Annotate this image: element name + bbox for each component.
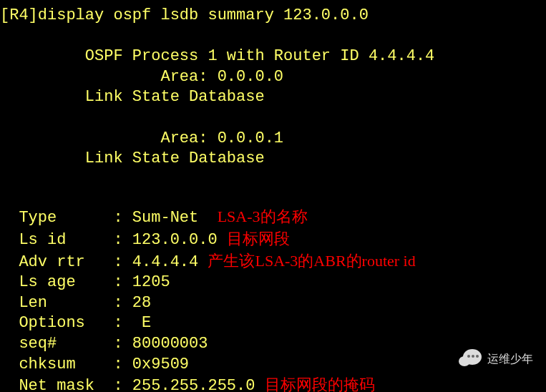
field-advrtr: Adv rtr : 4.4.4.4 产生该LSA-3的ABR的router id bbox=[0, 251, 546, 273]
area-1: Area: 0.0.0.1 bbox=[0, 129, 546, 150]
blank bbox=[0, 187, 546, 207]
annotation-netmask: 目标网段的掩码 bbox=[265, 376, 375, 392]
blank bbox=[0, 108, 546, 129]
blank bbox=[0, 26, 546, 47]
field-len: Len : 28 bbox=[0, 293, 546, 314]
process-header: OSPF Process 1 with Router ID 4.4.4.4 bbox=[0, 46, 546, 67]
field-lsid: Ls id : 123.0.0.0 目标网段 bbox=[0, 229, 546, 251]
watermark: 运维少年 bbox=[459, 349, 533, 369]
annotation-type: LSA-3的名称 bbox=[218, 207, 308, 225]
watermark-text: 运维少年 bbox=[487, 352, 533, 367]
area-0: Area: 0.0.0.0 bbox=[0, 67, 546, 88]
annotation-advrtr: 产生该LSA-3的ABR的router id bbox=[208, 252, 415, 270]
field-netmask: Net mask : 255.255.255.0 目标网段的掩码 bbox=[0, 375, 546, 392]
wechat-icon bbox=[459, 349, 483, 369]
field-lsage: Ls age : 1205 bbox=[0, 273, 546, 293]
annotation-lsid: 目标网段 bbox=[227, 230, 290, 248]
lsdb-1: Link State Database bbox=[0, 149, 546, 170]
field-options: Options : E bbox=[0, 313, 546, 334]
command-prompt: [R4]display ospf lsdb summary 123.0.0.0 bbox=[0, 6, 546, 26]
lsdb-0: Link State Database bbox=[0, 87, 546, 108]
field-type: Type : Sum-Net LSA-3的名称 bbox=[0, 207, 546, 229]
